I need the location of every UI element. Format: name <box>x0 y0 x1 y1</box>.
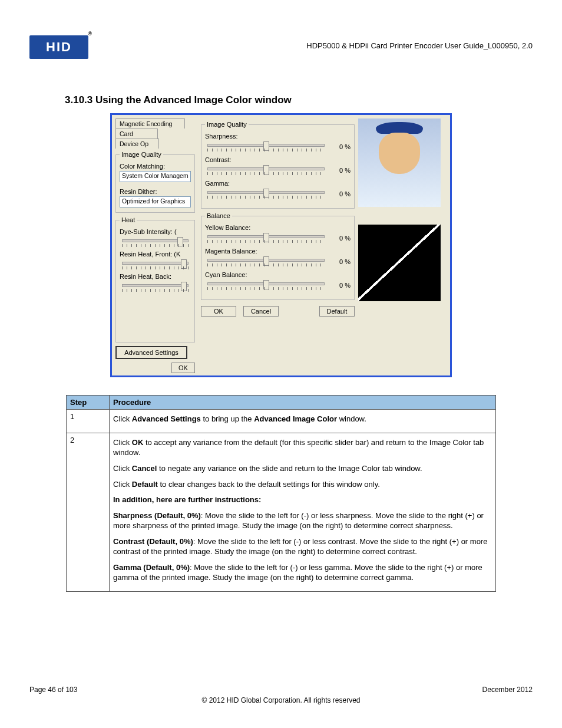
screenshot-window: Magnetic Encoding CardDevice Op Image Qu… <box>110 113 452 377</box>
th-procedure: Procedure <box>110 396 496 410</box>
default-button[interactable]: Default <box>319 306 355 317</box>
gamma-slider[interactable] <box>205 188 327 200</box>
preview-line-image <box>358 225 441 301</box>
resin-dither-dropdown[interactable]: Optimized for Graphics <box>120 196 191 207</box>
gamma-label: Gamma: <box>205 180 351 187</box>
th-step: Step <box>67 396 110 410</box>
magenta-slider[interactable] <box>205 256 327 268</box>
balance-group: Balance Yellow Balance: 0 % Magenta Bala… <box>201 212 355 300</box>
dye-sub-label: Dye-Sub Intensity: ( <box>120 228 191 235</box>
image-quality-group-right: Image Quality Sharpness: 0 % Contrast: 0… <box>201 121 355 209</box>
contrast-slider[interactable] <box>205 164 327 176</box>
yellow-balance-label: Yellow Balance: <box>205 224 351 231</box>
hid-logo: HID ® <box>29 35 88 59</box>
ok-button[interactable]: OK <box>201 306 236 317</box>
resin-dither-label: Resin Dither: <box>120 188 191 195</box>
resin-back-label: Resin Heat, Back: <box>120 273 191 280</box>
procedure-cell: Click Advanced Settings to bring up the … <box>110 410 496 433</box>
page-footer: Page 46 of 103 December 2012 © 2012 HID … <box>29 686 533 704</box>
registered-mark: ® <box>88 31 93 37</box>
dye-sub-slider[interactable] <box>120 236 191 247</box>
logo-text: HID <box>46 39 72 55</box>
preview-face-image <box>358 118 441 207</box>
image-quality-group-left: Image Quality Color Matching: System Col… <box>115 151 195 213</box>
color-matching-label: Color Matching: <box>120 163 191 170</box>
yellow-slider[interactable] <box>205 232 327 244</box>
cancel-button[interactable]: Cancel <box>243 306 279 317</box>
procedure-cell: Click OK to accept any variance from the… <box>110 433 496 591</box>
cyan-balance-label: Cyan Balance: <box>205 271 351 278</box>
resin-back-slider[interactable] <box>120 281 191 292</box>
tab-magnetic-encoding[interactable]: Magnetic Encoding <box>115 118 185 129</box>
heat-group: Heat Dye-Sub Intensity: ( Resin Heat, Fr… <box>115 216 195 342</box>
step-cell: 1 <box>67 410 110 433</box>
table-row: 2 Click OK to accept any variance from t… <box>67 433 496 591</box>
step-cell: 2 <box>67 433 110 591</box>
tab-device-options[interactable]: Device Op <box>115 139 159 149</box>
page-number: Page 46 of 103 <box>29 686 77 694</box>
procedure-table: Step Procedure 1 Click Advanced Settings… <box>66 395 496 592</box>
section-heading: 3.10.3 Using the Advanced Image Color wi… <box>65 94 533 106</box>
sharpness-label: Sharpness: <box>205 133 351 140</box>
color-matching-dropdown[interactable]: System Color Managem <box>120 171 191 182</box>
ok-button-left[interactable]: OK <box>171 363 195 373</box>
doc-title: HDP5000 & HDPii Card Printer Encoder Use… <box>306 35 533 50</box>
sharpness-slider[interactable] <box>205 141 327 153</box>
footer-date: December 2012 <box>482 686 533 694</box>
table-row: 1 Click Advanced Settings to bring up th… <box>67 410 496 433</box>
resin-front-slider[interactable] <box>120 259 191 269</box>
magenta-balance-label: Magenta Balance: <box>205 248 351 255</box>
cyan-slider[interactable] <box>205 279 327 291</box>
contrast-label: Contrast: <box>205 156 351 163</box>
tab-card[interactable]: Card <box>115 129 158 139</box>
resin-front-label: Resin Heat, Front: (K <box>120 251 191 258</box>
advanced-settings-button[interactable]: Advanced Settings <box>115 346 187 359</box>
copyright: © 2012 HID Global Corporation. All right… <box>29 696 533 704</box>
